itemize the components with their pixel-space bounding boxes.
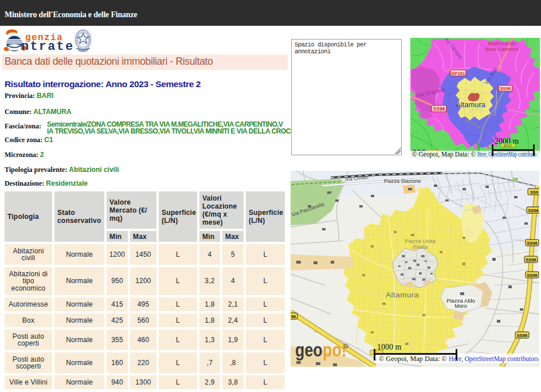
svg-text:po!: po! [323, 339, 347, 361]
svg-text:Buon Cammino: Buon Cammino [485, 46, 519, 52]
svg-text:SS9: SS9 [530, 190, 538, 195]
svg-text:Moro: Moro [454, 303, 467, 309]
svg-text:Madonna del: Madonna del [488, 41, 516, 46]
svg-text:Piazza Stazione: Piazza Stazione [384, 178, 421, 184]
svg-text:SS96: SS96 [500, 86, 511, 91]
svg-text:d'Italia: d'Italia [412, 244, 428, 250]
svg-text:96: 96 [291, 314, 296, 319]
svg-text:SS96: SS96 [526, 257, 536, 262]
svg-text:geo: geo [295, 339, 323, 361]
svg-text:SS96: SS96 [527, 241, 537, 246]
svg-text:Altamura: Altamura [386, 291, 419, 299]
svg-text:SS96: SS96 [528, 208, 538, 213]
svg-text:SS96: SS96 [517, 333, 527, 338]
svg-text:SS96: SS96 [433, 106, 445, 112]
svg-text:SP151: SP151 [451, 71, 465, 76]
svg-text:Altamura: Altamura [456, 100, 486, 109]
svg-text:R: R [345, 345, 347, 348]
svg-text:© Geopoi, Map Data: © Here, Op: © Geopoi, Map Data: © Here, OpenStreetMa… [412, 150, 536, 158]
svg-text:© Geopoi, Map Data: © Here, Op: © Geopoi, Map Data: © Here, OpenStreetMa… [379, 354, 539, 363]
svg-text:SS96: SS96 [527, 273, 537, 278]
svg-text:SP157: SP157 [503, 144, 512, 147]
